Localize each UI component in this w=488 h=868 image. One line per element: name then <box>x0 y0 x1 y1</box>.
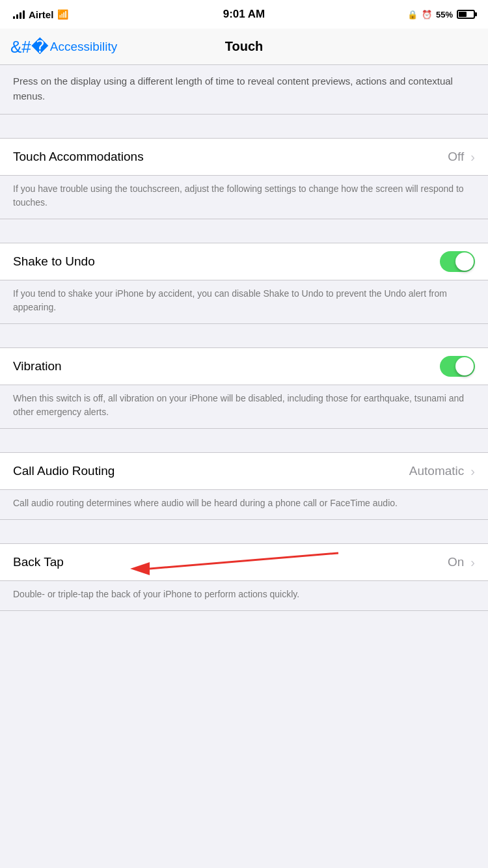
intro-text: Press on the display using a different l… <box>13 74 475 103</box>
page-title: Touch <box>225 39 264 54</box>
toggle-thumb-2 <box>455 357 474 375</box>
touch-accommodations-value: Off <box>448 150 464 164</box>
battery-icon <box>457 10 475 19</box>
chevron-right-icon-2: › <box>470 464 475 479</box>
vibration-group: Vibration <box>0 347 488 385</box>
section-gap-3 <box>0 324 488 347</box>
shake-to-undo-toggle[interactable] <box>440 251 475 272</box>
shake-to-undo-group: Shake to Undo <box>0 243 488 280</box>
vibration-row: Vibration <box>0 348 488 385</box>
back-label: Accessibility <box>50 40 117 54</box>
wifi-icon: 📶 <box>57 9 68 20</box>
nav-bar: &#� Accessibility Touch <box>0 29 488 65</box>
back-tap-label: Back Tap <box>13 555 64 569</box>
call-audio-routing-right: Automatic › <box>409 464 475 479</box>
touch-accommodations-group: Touch Accommodations Off › <box>0 138 488 176</box>
back-tap-desc: Double- or triple-tap the back of your i… <box>0 581 488 611</box>
vibration-desc: When this switch is off, all vibration o… <box>0 385 488 429</box>
back-tap-row[interactable]: Back Tap On › <box>0 544 488 580</box>
status-left: Airtel 📶 <box>13 9 68 20</box>
call-audio-routing-label: Call Audio Routing <box>13 464 115 478</box>
signal-bars-icon <box>13 10 25 19</box>
carrier-name: Airtel <box>29 9 53 20</box>
status-right: 🔒 ⏰ 55% <box>407 10 475 20</box>
back-tap-desc-text: Double- or triple-tap the back of your i… <box>13 588 475 601</box>
back-button[interactable]: &#� Accessibility <box>10 38 117 55</box>
battery-percent: 55% <box>436 10 453 20</box>
red-arrow-annotation <box>0 544 488 580</box>
content: Press on the display using a different l… <box>0 65 488 611</box>
shake-to-undo-desc: If you tend to shake your iPhone by acci… <box>0 280 488 324</box>
back-tap-right: On › <box>448 555 475 570</box>
back-chevron-icon: &#� <box>10 38 49 55</box>
call-audio-routing-value: Automatic <box>409 464 464 478</box>
vibration-desc-text: When this switch is off, all vibration o… <box>13 392 475 419</box>
shake-to-undo-desc-text: If you tend to shake your iPhone by acci… <box>13 287 475 314</box>
call-audio-routing-row[interactable]: Call Audio Routing Automatic › <box>0 453 488 489</box>
call-audio-routing-desc: Call audio routing determines where audi… <box>0 490 488 520</box>
section-gap-4 <box>0 429 488 452</box>
shake-to-undo-row: Shake to Undo <box>0 243 488 280</box>
call-audio-routing-group: Call Audio Routing Automatic › <box>0 452 488 490</box>
shake-to-undo-label: Shake to Undo <box>13 254 95 269</box>
back-tap-value: On <box>448 555 464 569</box>
chevron-right-icon-3: › <box>470 555 475 570</box>
svg-marker-1 <box>130 562 150 575</box>
status-bar: Airtel 📶 9:01 AM 🔒 ⏰ 55% <box>0 0 488 29</box>
back-tap-group: Back Tap On › <box>0 543 488 581</box>
touch-accommodations-desc: If you have trouble using the touchscree… <box>0 176 488 219</box>
touch-accommodations-desc-text: If you have trouble using the touchscree… <box>13 182 475 210</box>
touch-accommodations-row[interactable]: Touch Accommodations Off › <box>0 139 488 175</box>
lock-icon: 🔒 <box>407 10 418 20</box>
section-gap-5 <box>0 520 488 543</box>
status-time: 9:01 AM <box>223 8 265 21</box>
vibration-toggle[interactable] <box>440 356 475 377</box>
chevron-right-icon: › <box>470 150 475 165</box>
intro-block: Press on the display using a different l… <box>0 65 488 115</box>
section-gap-1 <box>0 115 488 138</box>
toggle-thumb <box>455 252 474 271</box>
vibration-label: Vibration <box>13 359 62 373</box>
touch-accommodations-right: Off › <box>448 150 475 165</box>
section-gap-2 <box>0 219 488 243</box>
svg-line-0 <box>150 553 338 569</box>
call-audio-routing-desc-text: Call audio routing determines where audi… <box>13 496 475 510</box>
touch-accommodations-label: Touch Accommodations <box>13 150 144 164</box>
alarm-icon: ⏰ <box>422 10 432 20</box>
